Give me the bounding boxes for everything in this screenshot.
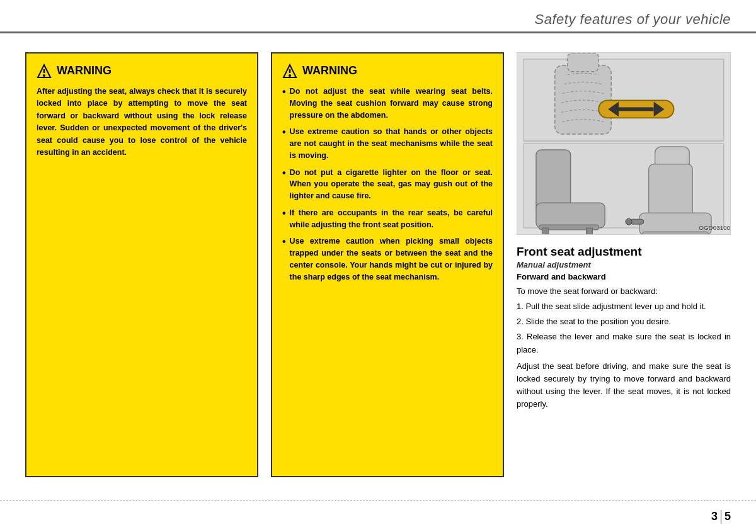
warning-header-1: WARNING: [37, 62, 247, 79]
warning-label-1: WARNING: [57, 62, 112, 79]
svg-rect-13: [619, 107, 654, 111]
forward-backward-label: Forward and backward: [517, 272, 731, 281]
final-paragraph: Adjust the seat before driving, and make…: [517, 360, 731, 411]
step-1: 1. Pull the seat slide adjustment lever …: [517, 300, 731, 313]
seat-image: OGD031002: [517, 52, 731, 235]
svg-rect-22: [649, 164, 693, 217]
step-3: 3. Release the lever and make sure the s…: [517, 331, 731, 356]
warning-icon-2: [282, 64, 297, 79]
svg-text:OGD031002: OGD031002: [699, 224, 730, 231]
page-num-right: 5: [724, 510, 731, 523]
svg-rect-20: [586, 228, 592, 234]
page-header: Safety features of your vehicle: [0, 0, 756, 33]
steps: 1. Pull the seat slide adjustment lever …: [517, 300, 731, 356]
page-num-left: 3: [711, 510, 718, 523]
section-title: Front seat adjustment: [517, 245, 731, 259]
page-number: 3 5: [711, 510, 731, 524]
warning-label-2: WARNING: [302, 62, 357, 79]
svg-point-28: [626, 218, 632, 225]
warning-item-1: Do not adjust the seat while wearing sea…: [282, 86, 493, 121]
page-divider: [721, 510, 721, 524]
right-column: OGD031002 Front seat adjustment Manual a…: [517, 52, 731, 477]
warning-list: Do not adjust the seat while wearing sea…: [282, 86, 493, 283]
page-container: Safety features of your vehicle WARNING …: [0, 0, 756, 532]
warning-item-3: Do not put a cigarette lighter on the fl…: [282, 167, 493, 202]
svg-rect-19: [542, 228, 549, 234]
warning-icon-1: [37, 64, 52, 79]
intro-text: To move the seat forward or backward:: [517, 285, 731, 298]
warning-header-2: WARNING: [282, 62, 493, 79]
front-seat-section: Front seat adjustment Manual adjustment …: [517, 241, 731, 410]
main-content: WARNING After adjusting the seat, always…: [0, 33, 756, 490]
warning-item-2: Use extreme caution so that hands or oth…: [282, 126, 493, 161]
page-footer: 3 5: [0, 501, 756, 532]
svg-rect-24: [643, 232, 708, 234]
warning-box-1: WARNING After adjusting the seat, always…: [25, 52, 258, 477]
manual-adjustment-label: Manual adjustment: [517, 260, 731, 269]
warning-item-4: If there are occupants in the rear seats…: [282, 207, 493, 231]
warning-box-2: WARNING Do not adjust the seat while wea…: [271, 52, 504, 477]
svg-point-2: [43, 75, 45, 76]
svg-rect-9: [568, 53, 599, 72]
svg-rect-17: [536, 203, 605, 228]
warning-text-1: After adjusting the seat, always check t…: [37, 86, 247, 159]
page-title: Safety features of your vehicle: [535, 11, 731, 28]
warning-item-5: Use extreme caution when picking small o…: [282, 235, 493, 283]
step-2: 2. Slide the seat to the position you de…: [517, 315, 731, 328]
svg-point-5: [289, 75, 290, 76]
